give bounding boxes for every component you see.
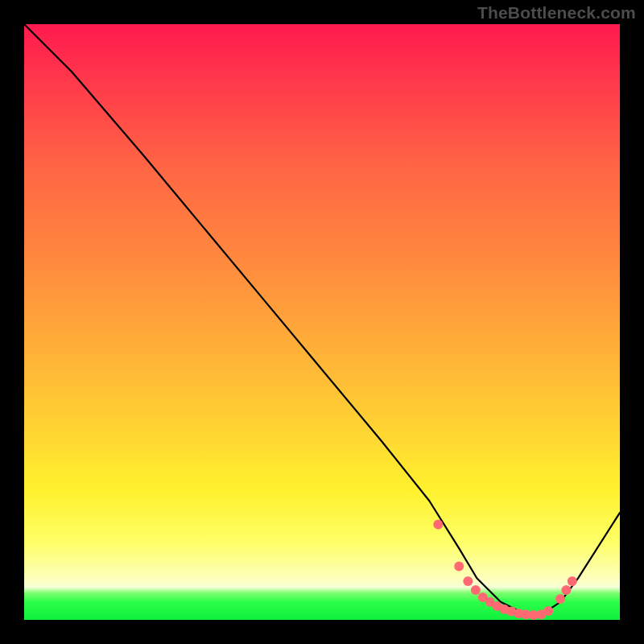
marker-dot [555,594,565,604]
marker-dot [433,520,443,530]
chart-frame: TheBottleneck.com [0,0,644,644]
marker-dot [561,585,571,595]
marker-dot [471,585,481,595]
watermark-text: TheBottleneck.com [477,3,636,23]
plot-area [24,24,620,620]
marker-dot [463,576,473,586]
marker-dot [543,606,553,616]
marker-dot [568,576,577,586]
marker-dot [454,561,464,571]
bottleneck-curve [24,24,620,614]
curve-svg [24,24,620,620]
